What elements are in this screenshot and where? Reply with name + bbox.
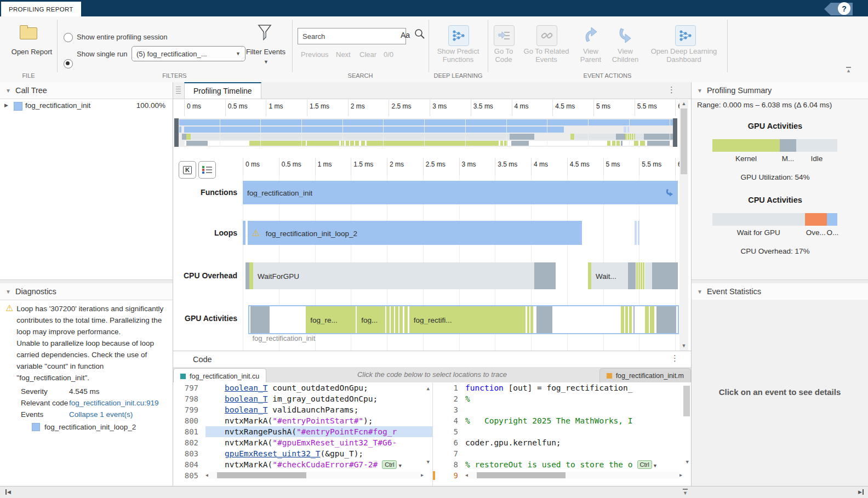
scroll-up-icon[interactable]: ▲ [427,386,430,391]
collapse-bottom-icon[interactable]: ▼ [683,489,688,496]
cpu-event-segment[interactable] [644,134,673,140]
match-case-button[interactable]: Aa [401,31,410,39]
code-text[interactable]: nvtxMarkA("#gpuEmxReset_uint32_T#G6- [205,437,432,448]
open-report-button[interactable]: Open Report [7,48,57,56]
search-icon[interactable] [414,28,425,41]
loops-event-segment[interactable] [184,127,564,133]
gpu-event-segment[interactable] [634,141,638,146]
code-line[interactable]: 4% Copyright 2025 The MathWorks, I [433,415,691,426]
code-line[interactable]: 797 boolean_T count_outdatedOnGpu; [173,382,432,393]
gpu-event-segment[interactable] [612,141,615,146]
code-line[interactable]: 7 [433,448,691,459]
gpu-event-segment[interactable] [386,306,390,333]
code-line[interactable]: 1function [out] = fog_rectification_ [433,382,691,393]
collapse-right-icon[interactable]: ▶ [858,489,864,495]
view-children-arrow-icon[interactable] [665,187,673,198]
gpu-event-segment[interactable] [607,141,610,146]
code-line[interactable]: 800 nvtxMarkA("#entryPointStart#"); [173,415,432,426]
search-input[interactable] [298,28,406,44]
gpu-event-segment[interactable] [361,141,365,146]
run-select-dropdown[interactable]: (5) fog_rectification_... ▼ [132,46,245,61]
code-line[interactable]: 803 gpuEmxReset_uint32_T(&gpu_T); [173,448,432,459]
panel-grip-icon[interactable] [176,87,181,94]
cpu-event-segment[interactable] [636,262,645,289]
functions-event-segment[interactable]: fog_rectification_init [243,181,678,204]
scroll-down-icon[interactable]: ▼ [686,459,689,465]
overview-right-handle[interactable] [673,118,677,147]
cpu-event-segment[interactable] [635,134,643,140]
filter-events-caret-icon[interactable]: ▼ [264,59,269,65]
gpu-event-segment[interactable] [186,141,208,146]
cpu-event-segment[interactable]: WaitForGPU [253,262,534,289]
gpu-event-segment[interactable] [391,306,394,333]
gpu-event-segment[interactable]: fog_rectifi... [409,306,526,333]
code-text[interactable]: nvtxMarkA("#checkCudaError#G7-2#Ctrl▼ [205,459,432,470]
gpu-event-segment[interactable] [645,306,649,333]
overview-strip[interactable] [179,118,673,147]
code-line[interactable]: 6coder.gpu.kernelfun; [433,437,691,448]
timeline-menu-icon[interactable]: ⋮ [667,85,676,95]
show-predict-functions-button[interactable]: Show Predict Functions [431,47,486,64]
scrollbar-thumb[interactable] [683,386,690,416]
gpu-event-segment[interactable]: fog_re... [306,306,356,333]
scrollbar-track[interactable] [208,472,420,479]
gpu-event-segment[interactable] [527,306,529,333]
cpu-event-segment[interactable] [575,134,616,140]
horizontal-scrollbar[interactable]: ◀▶ [465,470,682,480]
gpu-event-segment[interactable] [629,306,632,333]
code-line[interactable]: 799 boolean_T validLaunchParams; [173,404,432,415]
cpu-event-segment[interactable] [588,262,591,289]
code-text[interactable]: nvtxRangePushA("#entryPointFcn#fog_r [205,426,432,437]
code-line[interactable]: 801 nvtxRangePushA("#entryPointFcn#fog_r [173,426,432,437]
loops-event-segment[interactable] [635,221,637,245]
code-line[interactable]: 802 nvtxMarkA("#gpuEmxReset_uint32_T#G6- [173,437,432,448]
gpu-event-segment[interactable] [249,141,306,146]
gpu-event-segment[interactable] [367,141,499,146]
gpu-event-segment[interactable]: fog... [357,306,385,333]
search-clear-button[interactable]: Clear [359,50,376,59]
code-text[interactable]: function [out] = fog_rectification_ [465,382,691,393]
scroll-right-icon[interactable]: ▶ [679,471,682,479]
view-parent-button[interactable]: View Parent [574,47,607,64]
m-code-editor[interactable]: 1function [out] = fog_rectification_2%34… [433,382,691,486]
gpu-event-segment[interactable] [621,141,623,146]
gpu-event-segment[interactable] [650,306,654,333]
cpu-event-segment[interactable] [245,262,249,289]
gpu-event-segment[interactable] [621,306,624,333]
code-line[interactable]: 2% [433,393,691,404]
scrollbar-track[interactable] [468,472,679,479]
collapse-chevron-icon[interactable]: ▼ [697,88,703,94]
gpu-event-segment[interactable] [404,306,408,333]
loops-event-segment[interactable]: ⚠ fog_rectification_init_loop_2 [248,221,582,245]
gpu-event-segment[interactable] [656,306,676,333]
view-children-button[interactable]: View Children [607,47,643,64]
gpu-activities-container[interactable] [185,141,671,146]
code-text[interactable]: boolean_T count_outdatedOnGpu; [205,382,432,393]
code-text[interactable]: boolean_T im_gray_outdatedOnCpu; [205,393,432,404]
collapse-ribbon-icon[interactable]: ▲ [846,67,851,73]
cpu-event-segment[interactable] [534,262,556,289]
collapse-events-link[interactable]: Collapse 1 event(s) [69,409,133,420]
timeline-vscrollbar[interactable]: ▲ ▼ [679,100,688,351]
loops-event-segment[interactable] [624,127,626,133]
scroll-up-icon[interactable]: ▲ [679,100,688,107]
code-line[interactable]: 5 [433,426,691,437]
gpu-event-segment[interactable] [307,141,339,146]
collapse-chevron-icon[interactable]: ▼ [697,289,703,295]
gpu-event-segment[interactable] [395,306,398,333]
timeline-plot[interactable]: 0 ms0.5 ms1 ms1.5 ms2 ms2.5 ms3 ms3.5 ms… [243,158,678,351]
code-text[interactable]: nvtxMarkA("#entryPointStart#"); [205,415,432,426]
expand-arrow-icon[interactable]: ▶ [4,102,8,108]
go-to-code-button[interactable]: Go To Code [489,47,518,64]
cpu-event-segment[interactable] [510,134,534,140]
scrollbar-thumb[interactable] [681,108,687,174]
overview-left-handle[interactable] [174,118,179,147]
loops-event-segment[interactable] [243,221,245,245]
cpu-event-segment[interactable] [182,134,186,140]
code-line[interactable]: 3 [433,404,691,415]
cpu-event-segment[interactable] [186,134,191,140]
code-text[interactable]: coder.gpu.kernelfun; [465,437,691,448]
radio-entire-session[interactable] [64,33,73,42]
diagnostic-event-name[interactable]: fog_rectification_init_loop_2 [44,421,136,433]
collapse-chevron-icon[interactable]: ▼ [5,289,11,295]
